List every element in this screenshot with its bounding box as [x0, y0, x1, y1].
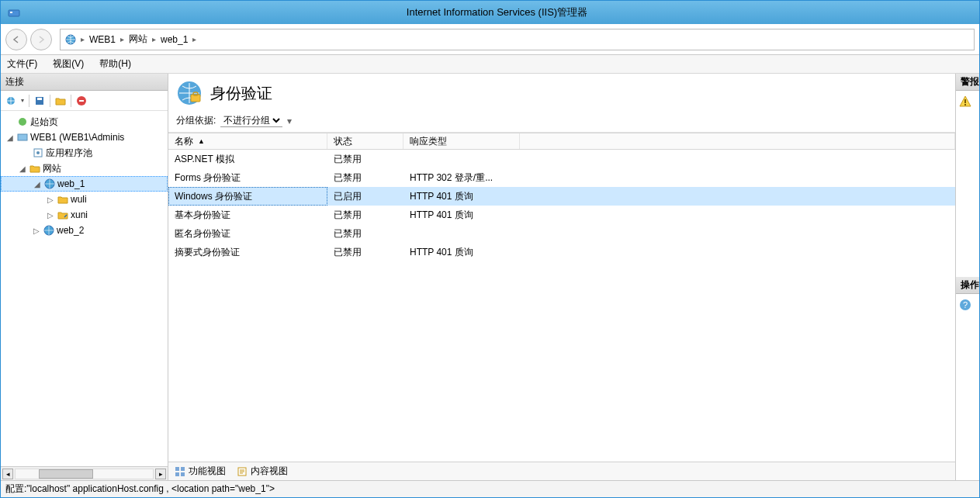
collapse-icon[interactable]: ◢ [5, 133, 15, 142]
help-icon[interactable]: ? [957, 297, 973, 313]
cell-name: 摘要式身份验证 [168, 243, 327, 261]
col-name[interactable]: 名称▲ [168, 133, 327, 149]
expand-icon[interactable]: ▷ [46, 211, 55, 220]
status-text: 配置:"localhost" applicationHost.config , … [5, 482, 275, 496]
expand-icon[interactable]: ▷ [46, 195, 55, 204]
back-button[interactable] [5, 29, 27, 50]
cell-state: 已禁用 [327, 206, 403, 224]
nav-band: ▸ WEB1 ▸ 网站 ▸ web_1 ▸ [1, 24, 979, 55]
col-resp[interactable]: 响应类型 [403, 133, 520, 149]
tree-folder-xuni[interactable]: ▷ xuni [1, 207, 168, 223]
scroll-left-icon[interactable]: ◂ [2, 469, 13, 479]
page-header: 身份验证 [168, 74, 955, 111]
separator [29, 95, 29, 107]
separator [71, 95, 71, 107]
home-icon [16, 116, 29, 128]
save-icon[interactable] [33, 94, 47, 108]
cell-resp [403, 224, 520, 243]
chevron-right-icon: ▸ [152, 35, 156, 43]
cell-state: 已启用 [327, 187, 403, 206]
dropdown-icon[interactable]: ▾ [19, 94, 26, 108]
scroll-thumb[interactable] [39, 469, 93, 479]
connect-icon[interactable] [4, 94, 18, 108]
scroll-track[interactable] [15, 469, 154, 479]
svg-rect-17 [175, 467, 179, 471]
tree-app-pools[interactable]: 应用程序池 [1, 145, 168, 161]
sort-asc-icon: ▲ [198, 137, 205, 145]
menu-view[interactable]: 视图(V) [53, 57, 84, 71]
globe-icon [65, 34, 76, 45]
menu-help[interactable]: 帮助(H) [99, 57, 131, 71]
page-title: 身份验证 [210, 83, 272, 104]
group-bar: 分组依据: 不进行分组 ▾ [168, 111, 955, 133]
tree-sites[interactable]: ◢ 网站 [1, 161, 168, 176]
window-title: Internet Information Services (IIS)管理器 [21, 5, 973, 19]
group-select[interactable]: 不进行分组 [220, 114, 282, 127]
expand-icon[interactable]: ▷ [32, 227, 41, 235]
tree-server[interactable]: ◢ WEB1 (WEB1\Adminis [1, 130, 168, 145]
svg-rect-19 [175, 472, 179, 476]
connections-tree[interactable]: 起始页 ◢ WEB1 (WEB1\Adminis 应用程序池 ◢ 网站 [1, 111, 168, 466]
alerts-header: 警报 [956, 74, 979, 91]
globe-icon [43, 224, 55, 237]
crumb-sites[interactable]: 网站 [129, 33, 147, 46]
collapse-icon[interactable]: ◢ [33, 180, 42, 188]
stop-icon[interactable] [74, 94, 88, 108]
connections-toolbar: ▾ [1, 91, 168, 111]
auth-row[interactable]: 匿名身份验证已禁用 [168, 224, 955, 243]
features-icon [175, 466, 185, 477]
auth-row[interactable]: Forms 身份验证已禁用HTTP 302 登录/重... [168, 168, 955, 187]
tree-site-web2[interactable]: ▷ web_2 [1, 223, 168, 238]
actions-body: ? [956, 294, 979, 480]
tree-folder-wuli[interactable]: ▷ wuli [1, 192, 168, 207]
collapse-icon[interactable]: ◢ [18, 164, 27, 173]
iis-icon [7, 6, 21, 19]
svg-rect-22 [964, 99, 966, 103]
crumb-site[interactable]: web_1 [161, 34, 188, 45]
tab-label: 内容视图 [251, 465, 288, 478]
cell-name: ASP.NET 模拟 [168, 150, 327, 168]
svg-rect-20 [181, 472, 185, 476]
folder-icon[interactable] [54, 94, 68, 108]
tab-label: 功能视图 [189, 465, 226, 478]
cell-name: Forms 身份验证 [168, 168, 327, 187]
folder-icon [29, 162, 41, 175]
cell-name: 基本身份验证 [168, 206, 327, 224]
auth-row[interactable]: ASP.NET 模拟已禁用 [168, 150, 955, 168]
separator [50, 95, 50, 107]
svg-rect-7 [79, 100, 84, 102]
tab-content[interactable]: 内容视图 [237, 465, 288, 478]
crumb-server[interactable]: WEB1 [89, 34, 116, 45]
chevron-right-icon: ▸ [81, 35, 85, 43]
cell-name: 匿名身份验证 [168, 224, 327, 243]
authentication-icon [176, 80, 203, 106]
globe-icon [43, 178, 56, 190]
tree-site-web1[interactable]: ◢ web_1 [1, 176, 168, 192]
col-state[interactable]: 状态 [327, 133, 403, 149]
auth-row[interactable]: 摘要式身份验证已禁用HTTP 401 质询 [168, 243, 955, 261]
svg-point-11 [36, 151, 40, 154]
chevron-right-icon: ▸ [120, 35, 124, 43]
col-spacer [520, 133, 955, 149]
group-options-icon[interactable]: ▾ [287, 116, 292, 126]
alerts-body [956, 91, 979, 277]
tree-hscrollbar[interactable]: ◂ ▸ [1, 466, 168, 480]
cell-resp: HTTP 401 质询 [403, 187, 520, 206]
tree-start-page[interactable]: 起始页 [1, 114, 168, 130]
auth-row[interactable]: 基本身份验证已禁用HTTP 401 质询 [168, 206, 955, 224]
status-bar: 配置:"localhost" applicationHost.config , … [1, 480, 979, 497]
svg-point-8 [19, 118, 26, 126]
breadcrumb[interactable]: ▸ WEB1 ▸ 网站 ▸ web_1 ▸ [60, 29, 975, 50]
scroll-right-icon[interactable]: ▸ [155, 469, 166, 479]
cell-state: 已禁用 [327, 150, 403, 168]
menu-file[interactable]: 文件(F) [7, 57, 37, 71]
auth-row[interactable]: Windows 身份验证已启用HTTP 401 质询 [168, 187, 955, 206]
grid-body[interactable]: ASP.NET 模拟已禁用Forms 身份验证已禁用HTTP 302 登录/重.… [168, 150, 955, 462]
cell-state: 已禁用 [327, 224, 403, 243]
warning-icon [957, 94, 973, 109]
forward-button[interactable] [30, 29, 52, 50]
connections-panel: 连接 ▾ 起始页 ◢ WEB1 (W [1, 74, 168, 480]
tab-features[interactable]: 功能视图 [175, 465, 226, 478]
cell-resp [403, 150, 520, 168]
tree-label: 网站 [43, 162, 61, 175]
